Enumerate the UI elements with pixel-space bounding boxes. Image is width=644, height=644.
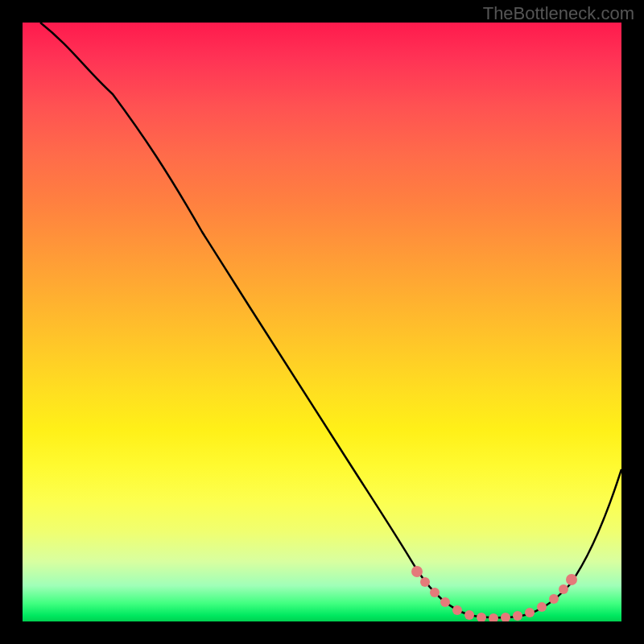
dot — [501, 613, 510, 621]
dot — [489, 613, 498, 621]
dot — [411, 566, 423, 577]
plot-area — [23, 23, 621, 621]
dot — [566, 574, 577, 585]
dot — [420, 577, 430, 587]
watermark-text: TheBottleneck.com — [483, 3, 634, 24]
dot — [513, 611, 522, 621]
dot — [464, 610, 474, 620]
dot — [537, 602, 547, 612]
dot — [430, 588, 440, 597]
chart-svg — [23, 23, 621, 621]
dot — [525, 608, 535, 617]
highlight-dots-group — [411, 566, 577, 621]
dot — [549, 594, 559, 604]
dot — [477, 613, 486, 621]
dot — [452, 605, 462, 615]
main-curve — [40, 23, 621, 617]
chart-container: TheBottleneck.com — [0, 0, 644, 644]
dot — [559, 584, 568, 594]
dot — [440, 597, 450, 607]
